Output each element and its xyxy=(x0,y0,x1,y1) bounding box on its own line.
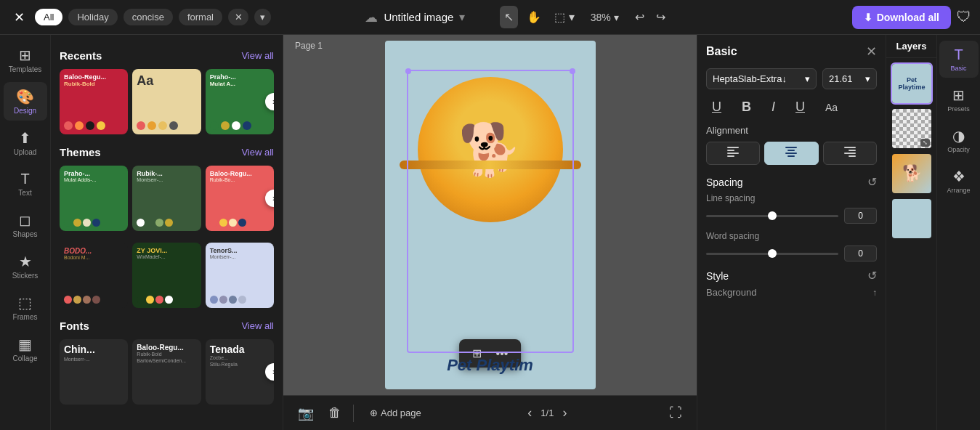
filter-chevron[interactable]: ▾ xyxy=(254,9,271,25)
app-logo[interactable]: ✕ xyxy=(9,7,29,28)
underline-U-button[interactable]: U xyxy=(790,97,811,118)
filter-concise[interactable]: concise xyxy=(123,9,173,25)
recent-card-1[interactable]: Baloo-Regu... Rubik-Bold xyxy=(60,69,128,134)
italic-button[interactable]: I xyxy=(766,97,781,118)
next-page-btn[interactable]: › xyxy=(559,402,570,423)
opacity-tab-icon: ◑ xyxy=(952,127,965,145)
layer-item-bg[interactable] xyxy=(891,198,933,240)
right-tab-arrange[interactable]: ❖ Arrange xyxy=(939,162,979,200)
spacing-refresh-button[interactable]: ↺ xyxy=(867,175,877,189)
redo-button[interactable]: ↪ xyxy=(652,6,670,28)
svg-rect-10 xyxy=(844,153,856,154)
sidebar-item-upload[interactable]: ⬆ Upload xyxy=(4,123,47,162)
line-spacing-slider[interactable] xyxy=(706,215,838,217)
line-spacing-slider-row: 0 xyxy=(706,208,877,224)
filter-formal[interactable]: formal xyxy=(179,9,222,25)
doc-chevron[interactable]: ▾ xyxy=(459,10,465,24)
line-spacing-label: Line spacing xyxy=(706,193,877,203)
recent-card-2[interactable]: Aa xyxy=(132,69,201,134)
style-refresh-button[interactable]: ↺ xyxy=(867,269,877,283)
sidebar-item-frames[interactable]: ⬚ Frames xyxy=(4,288,47,327)
download-button[interactable]: ⬇ Download all xyxy=(852,6,951,29)
theme-card-5[interactable]: ZY JOVI... WixMadef-... xyxy=(132,243,201,308)
undo-button[interactable]: ↩ xyxy=(631,6,649,28)
camera-btn[interactable]: 📷 xyxy=(295,402,317,424)
text-properties-panel: Basic ✕ HeptaSlab-Extra↓ ▾ 21.61 ▾ U B I xyxy=(697,35,886,430)
fonts-section-header: Fonts View all xyxy=(60,320,274,332)
align-center-button[interactable] xyxy=(764,142,818,165)
right-tab-presets[interactable]: ⊞ Presets xyxy=(939,81,979,118)
frame-tool[interactable]: ⬚ ▾ xyxy=(550,6,578,28)
svg-rect-7 xyxy=(787,155,795,157)
filter-holiday[interactable]: Holiday xyxy=(68,9,117,25)
word-spacing-slider[interactable] xyxy=(706,253,838,255)
right-tab-opacity[interactable]: ◑ Opacity xyxy=(939,121,979,159)
layers-title: Layers xyxy=(886,35,936,58)
theme-card-1[interactable]: Praho-... Mulat Addis-... xyxy=(60,166,128,231)
theme-card-2[interactable]: Rubik-... Montserr-... xyxy=(132,166,201,231)
stickers-icon: ★ xyxy=(19,253,32,270)
pan-tool[interactable]: ✋ xyxy=(522,6,546,28)
theme-card-6[interactable]: TenorS... Montserr-... xyxy=(206,243,274,308)
line-spacing-value[interactable]: 0 xyxy=(844,208,877,224)
fullscreen-btn[interactable]: ⛶ xyxy=(666,402,685,423)
canvas-page[interactable]: 🐕 ⊞ ••• Pet Playtim xyxy=(385,41,596,389)
doc-title[interactable]: Untitled image xyxy=(384,11,453,23)
text-icon: T xyxy=(20,171,29,187)
add-page-button[interactable]: ⊕ Add page xyxy=(363,403,429,423)
sidebar-item-design[interactable]: 🎨 Design xyxy=(4,82,47,121)
layer-item-image[interactable]: ⤡ xyxy=(891,108,933,150)
frames-icon: ⬚ xyxy=(18,294,32,312)
shield-button[interactable]: 🛡 xyxy=(957,9,971,25)
shapes-icon: ◻ xyxy=(19,211,31,229)
zoom-control[interactable]: 38% ▾ xyxy=(585,9,625,26)
align-left-button[interactable] xyxy=(706,142,760,165)
aa-button[interactable]: Aa xyxy=(819,99,843,116)
font-card-2[interactable]: Baloo-Regu... Rubik-Bold BarlowSemiConde… xyxy=(132,339,201,405)
font-family-select[interactable]: HeptaSlab-Extra↓ ▾ xyxy=(706,68,817,89)
trash-btn[interactable]: 🗑 xyxy=(325,402,344,423)
recents-view-all[interactable]: View all xyxy=(241,50,274,61)
recent-card-3[interactable]: Praho-... Mulat A... › xyxy=(206,69,274,134)
sidebar-item-stickers[interactable]: ★ Stickers xyxy=(4,247,47,285)
download-icon: ⬇ xyxy=(864,12,872,23)
style-section-row: Style ↺ xyxy=(706,269,877,283)
right-tab-basic[interactable]: T Basic xyxy=(939,41,979,78)
theme-card-4[interactable]: BODO... Bodoni M... xyxy=(60,243,128,308)
background-arrow: ↑ xyxy=(872,288,877,298)
basic-panel-title: Basic xyxy=(706,45,737,58)
basic-close-button[interactable]: ✕ xyxy=(866,44,877,60)
word-spacing-value[interactable]: 0 xyxy=(844,246,877,261)
font-card-3[interactable]: Tenada Zocbe... Stilu-Regula › xyxy=(206,339,274,405)
sidebar-item-shapes[interactable]: ◻ Shapes xyxy=(4,206,47,244)
sidebar-item-collage[interactable]: ▦ Collage xyxy=(4,330,47,368)
templates-icon: ⊞ xyxy=(19,46,31,64)
themes-view-all[interactable]: View all xyxy=(241,147,274,158)
main-area: ⊞ Templates 🎨 Design ⬆ Upload T Text ◻ S… xyxy=(0,35,980,430)
underline-button[interactable]: U xyxy=(706,97,727,118)
sidebar-item-templates[interactable]: ⊞ Templates xyxy=(4,41,47,79)
canvas-area: Page 1 🐕 ⊞ ••• Pet Playtim xyxy=(283,35,697,430)
align-right-button[interactable] xyxy=(823,142,877,165)
sidebar-item-text[interactable]: T Text xyxy=(4,165,47,203)
pet-text: Pet Playtim xyxy=(447,356,533,375)
canvas-content[interactable]: 🐕 ⊞ ••• Pet Playtim xyxy=(283,35,697,395)
theme-card-3[interactable]: Baloo-Regu... Rubik-Bo... › xyxy=(206,166,274,231)
font-card-1[interactable]: Chin... Montserr-... xyxy=(60,339,128,405)
fonts-title: Fonts xyxy=(60,320,89,332)
filter-remove[interactable]: ✕ xyxy=(228,9,248,25)
prev-page-btn[interactable]: ‹ xyxy=(525,402,535,423)
undo-redo: ↩ ↪ xyxy=(631,6,670,28)
layer-item-text[interactable]: Pet Playtime xyxy=(891,62,933,105)
layer-item-dog[interactable]: 🐕 xyxy=(891,153,933,195)
select-tool[interactable]: ↖ xyxy=(500,6,518,28)
font-size-select[interactable]: 21.61 ▾ xyxy=(822,68,877,89)
fonts-view-all[interactable]: View all xyxy=(241,320,274,331)
bold-button[interactable]: B xyxy=(736,97,757,118)
filter-all[interactable]: All xyxy=(35,9,62,25)
arrange-tab-icon: ❖ xyxy=(952,168,965,185)
canvas-bottom-left: 📷 🗑 ⊕ Add page xyxy=(295,402,429,424)
design-panel: Recents View all Baloo-Regu... Rubik-Bol… xyxy=(51,35,283,430)
svg-rect-11 xyxy=(849,155,856,157)
svg-rect-9 xyxy=(849,150,856,151)
